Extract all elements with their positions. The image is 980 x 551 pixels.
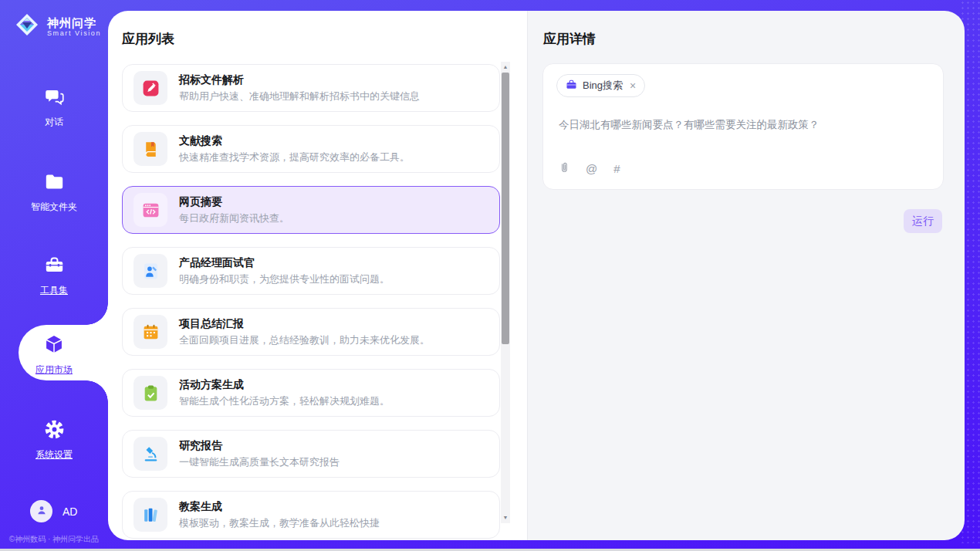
sidebar-item-label: 系统设置 [35, 448, 73, 461]
app-card-web-summary[interactable]: 网页摘要 每日政府新闻资讯快查。 [122, 186, 500, 234]
app-card-title: 网页摘要 [179, 195, 289, 209]
app-card-project-summary[interactable]: 项目总结汇报 全面回顾项目进展，总结经验教训，助力未来优化发展。 [122, 308, 500, 356]
user-account[interactable]: AD [30, 500, 77, 522]
app-detail-title: 应用详情 [543, 30, 596, 48]
folder-icon [44, 171, 65, 195]
app-card-literature-search[interactable]: 文献搜索 快速精准查找学术资源，提高研究效率的必备工具。 [122, 125, 500, 173]
app-card-desc: 明确身份和职责，为您提供专业性的面试问题。 [179, 272, 390, 286]
app-card-title: 项目总结汇报 [179, 317, 430, 331]
report-note-icon [133, 315, 167, 349]
sidebar-item-smart-folder[interactable]: 智能文件夹 [0, 171, 108, 214]
app-card-title: 产品经理面试官 [179, 256, 390, 270]
chat-icon [44, 86, 65, 110]
app-card-title: 教案生成 [179, 500, 380, 514]
input-toolbar: @ # [559, 161, 620, 175]
sidebar-item-label: 对话 [45, 116, 63, 129]
sidebar-item-label: 智能文件夹 [31, 201, 77, 214]
sidebar-item-app-market[interactable]: 应用市场 [0, 333, 108, 377]
app-card-lesson-plan[interactable]: 教案生成 模板驱动，教案生成，教学准备从此轻松快捷 [122, 491, 500, 539]
app-card-title: 研究报告 [179, 439, 340, 453]
app-card-desc: 快速精准查找学术资源，提高研究效率的必备工具。 [179, 150, 410, 164]
at-icon[interactable]: @ [586, 163, 597, 174]
sidebar-item-label: 工具集 [40, 284, 68, 297]
app-card-desc: 智能生成个性化活动方案，轻松解决规划难题。 [179, 394, 390, 408]
sidebar-item-settings[interactable]: 系统设置 [0, 419, 108, 461]
query-text[interactable]: 今日湖北有哪些新闻要点？有哪些需要关注的最新政策？ [559, 118, 928, 132]
cube-icon [43, 333, 65, 358]
tool-tag-bing-search[interactable]: Bing搜索 × [556, 74, 645, 97]
sidebar-item-label: 应用市场 [35, 363, 73, 377]
app-card-pm-interviewer[interactable]: 产品经理面试官 明确身份和职责，为您提供专业性的面试问题。 [122, 247, 500, 295]
app-card-desc: 全面回顾项目进展，总结经验教训，助力未来优化发展。 [179, 333, 430, 347]
app-list-panel: 应用列表 招标文件解析 帮助用户快速、准确地理解和解析招标书中的关键信息 [108, 11, 527, 540]
tender-edit-icon [133, 71, 167, 105]
diamond-logo-icon [12, 10, 42, 42]
user-avatar-icon [35, 504, 48, 519]
run-button[interactable]: 运行 [904, 209, 942, 233]
app-list-title: 应用列表 [122, 30, 174, 48]
gear-icon [44, 419, 65, 443]
app-card-activity-plan[interactable]: 活动方案生成 智能生成个性化活动方案，轻松解决规划难题。 [122, 369, 500, 417]
literature-book-icon [133, 132, 167, 166]
brand-name: 神州问学 [47, 16, 101, 29]
hash-icon[interactable]: # [613, 163, 620, 174]
scroll-up-icon[interactable]: ▲ [501, 63, 510, 72]
app-list-scrollbar[interactable]: ▲ ▼ [501, 62, 510, 523]
sidebar-item-toolset[interactable]: 工具集 [0, 255, 108, 297]
app-card-tender-parse[interactable]: 招标文件解析 帮助用户快速、准确地理解和解析招标书中的关键信息 [122, 64, 500, 112]
app-card-desc: 每日政府新闻资讯快查。 [179, 211, 289, 225]
brand-subtitle: Smart Vision [47, 29, 101, 37]
user-initials: AD [63, 505, 77, 518]
app-card-list: 招标文件解析 帮助用户快速、准确地理解和解析招标书中的关键信息 文献搜索 快速精… [122, 64, 500, 540]
toolbox-icon [44, 255, 65, 279]
books-icon [133, 498, 167, 532]
scroll-down-icon[interactable]: ▼ [501, 513, 510, 522]
avatar [30, 500, 52, 522]
briefcase-icon [566, 79, 577, 93]
paperclip-icon[interactable] [559, 161, 569, 175]
main-container: 应用列表 招标文件解析 帮助用户快速、准确地理解和解析招标书中的关键信息 [108, 11, 965, 540]
sidebar-item-chat[interactable]: 对话 [0, 86, 108, 129]
app-card-title: 文献搜索 [179, 134, 410, 148]
app-card-desc: 帮助用户快速、准确地理解和解析招标书中的关键信息 [179, 90, 420, 103]
webpage-icon [133, 193, 167, 227]
tool-tag-close-icon[interactable]: × [630, 80, 636, 91]
app-card-desc: 一键智能生成高质量长文本研究报告 [179, 455, 340, 469]
app-card-title: 招标文件解析 [179, 73, 420, 87]
app-detail-panel: 应用详情 Bing搜索 × 今日湖北有哪些新闻要点？有哪些需要关注的最新政策？ [527, 11, 965, 540]
app-card-title: 活动方案生成 [179, 378, 390, 392]
query-input-card[interactable]: Bing搜索 × 今日湖北有哪些新闻要点？有哪些需要关注的最新政策？ @ # [542, 63, 944, 190]
app-card-research-report[interactable]: 研究报告 一键智能生成高质量长文本研究报告 [122, 430, 500, 478]
brand-logo: 神州问学 Smart Vision [12, 10, 101, 42]
interviewer-icon [133, 254, 167, 288]
copyright-footer: ©神州数码 · 神州问学出品 [0, 534, 108, 545]
clipboard-check-icon [133, 376, 167, 410]
tool-tag-label: Bing搜索 [583, 79, 623, 93]
sidebar: 神州问学 Smart Vision 对话 智能文件夹 [0, 0, 108, 551]
scrollbar-thumb[interactable] [502, 73, 509, 344]
app-card-desc: 模板驱动，教案生成，教学准备从此轻松快捷 [179, 516, 380, 530]
microscope-icon [133, 437, 167, 471]
